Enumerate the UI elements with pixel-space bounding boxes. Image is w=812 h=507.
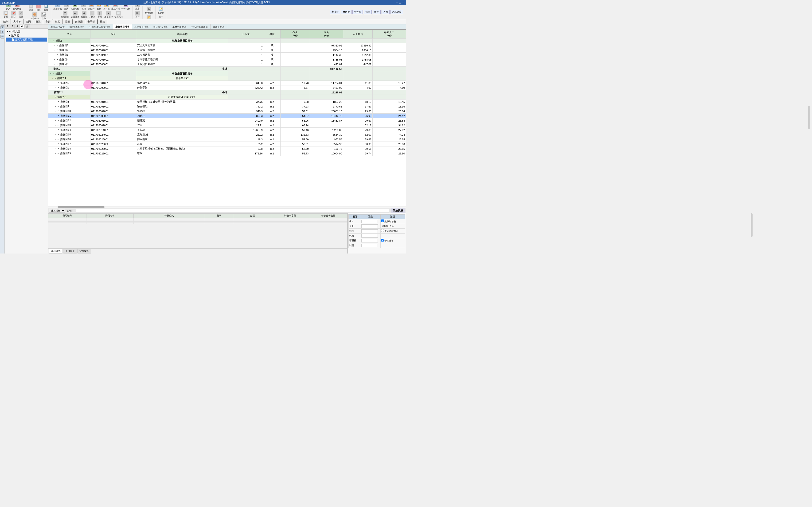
- material-checkbox[interactable]: [381, 229, 384, 232]
- quota-restore-button[interactable]: ⬅ 定额还原: [70, 10, 80, 19]
- convert20-button[interactable]: 20 转20定额: [121, 5, 131, 10]
- find-button[interactable]: 🔍 查找: [63, 5, 70, 10]
- sidebar-icon-3[interactable]: 资: [0, 35, 4, 39]
- table-row[interactable]: － ✓ 措施目8 011702001001 垫层模板（基础垫层+排水沟垫层） 3…: [48, 100, 406, 104]
- consult-button[interactable]: 咨询: [382, 10, 390, 14]
- sys-calc-row-price[interactable]: 单价 换算时单价: [349, 219, 405, 224]
- menu-edit[interactable]: 编制: [1, 19, 11, 24]
- table-row[interactable]: － ✓ 措施2.2 混凝土模板及支架（拼）: [48, 95, 406, 100]
- price-checkbox[interactable]: [381, 219, 384, 222]
- temp-delete-button[interactable]: 🗑 临时删除: [12, 5, 22, 10]
- tree-item-arch[interactable]: 📄 建筑与装饰工程: [6, 38, 47, 42]
- sort-button[interactable]: ↕ 排序: [134, 5, 141, 10]
- table-row[interactable]: － ✓ 措施2 单价措施项目清单: [48, 71, 406, 76]
- price-coeff-input[interactable]: [361, 220, 378, 223]
- tab-actual[interactable]: 按实计算费用表: [189, 24, 210, 30]
- menu-cloud[interactable]: 云应用: [72, 19, 85, 24]
- menu-report[interactable]: 报表: [98, 19, 107, 24]
- sidebar-icon-2[interactable]: 页: [0, 30, 4, 34]
- sys-calc-row-profit[interactable]: 利润: [349, 243, 405, 248]
- tree-item-project[interactable]: ▼ xxx幼儿园: [6, 30, 47, 34]
- material-price-button[interactable]: 材网价: [341, 10, 352, 14]
- convert-button[interactable]: 🔀 换算: [95, 5, 102, 10]
- table-row[interactable]: － ✓ 措施目4 011707005001 冬雨季施工增加费 1 项 1788.…: [48, 57, 406, 62]
- num-tab-all[interactable]: 全: [24, 24, 30, 29]
- tab-fee-summary[interactable]: 费用汇总表: [210, 24, 227, 30]
- mgmt-checkbox[interactable]: [381, 239, 384, 241]
- tab-quota-convert[interactable]: 定额换算: [77, 249, 91, 253]
- row-check[interactable]: ✓: [53, 39, 55, 42]
- all-process-button[interactable]: 全过程: [352, 10, 363, 14]
- gen-materials-button[interactable]: 🏭 生成材料: [111, 5, 120, 10]
- tab-measures[interactable]: 措施项目清单: [113, 24, 132, 30]
- table-row[interactable]: － ✓ 措施目3 011707004001 二次搬运费 1 项 1142.38 …: [48, 53, 406, 57]
- replace-button[interactable]: 🔄 替换: [43, 5, 50, 12]
- table-row[interactable]: － ✓ 措施目15 011702024001 直形/弧梯 26.02 m2 13…: [48, 132, 406, 137]
- table-row[interactable]: － ✓ 措施目2 011707002001 夜间施工增加费 1 项 2384.1…: [48, 48, 406, 53]
- tab-division[interactable]: 分部分项工程量清单: [87, 24, 113, 30]
- decimal-button[interactable]: .0 小数位: [88, 10, 96, 19]
- tree-item-building[interactable]: ▼ 数学楼: [6, 34, 47, 38]
- color-mark-button[interactable]: 🎨 颜色标记: [30, 12, 40, 19]
- sys-calc-row-labor[interactable]: 人工 （非地区人工: [349, 224, 405, 229]
- paste-button[interactable]: 📌 粘贴: [10, 10, 17, 19]
- mgmt-coeff-input[interactable]: [361, 239, 378, 242]
- tab-other[interactable]: 其他项目清单: [132, 24, 151, 30]
- fee-attr-button[interactable]: 🏷 费用属性: [144, 6, 154, 15]
- table-row[interactable]: － ✓ 措施目14 011702014001 有梁板 1265.69 m2 59…: [48, 128, 406, 132]
- labor-coeff-input[interactable]: [361, 224, 378, 228]
- table-row[interactable]: － ✓ 措施目17 011702025002 压顶 65.2 m2 53.91 …: [48, 142, 406, 147]
- reuse-button[interactable]: ♻ 复用: [80, 5, 87, 10]
- table-row[interactable]: － ✓ 措施目11 011702003001 构造柱 280.93 m2 54.…: [48, 114, 406, 118]
- tab-claims[interactable]: 签证索赔清单: [151, 24, 170, 30]
- fee-assign-button[interactable]: 📂 费用归属: [144, 15, 154, 19]
- calc-table-row[interactable]: [48, 223, 347, 224]
- material-coeff-input[interactable]: [361, 229, 378, 233]
- derive-fee-button[interactable]: 📤 派生费: [87, 5, 95, 10]
- copy-button[interactable]: 📋 复制: [2, 10, 9, 19]
- delete-button[interactable]: ✕ 删除: [35, 5, 42, 12]
- block-button[interactable]: ⬜ 块选: [28, 5, 35, 12]
- insert-button[interactable]: ➕ 插入: [5, 5, 12, 10]
- quota-guide-button[interactable]: 📖 定额指引: [114, 10, 123, 19]
- main-table-container[interactable]: 序号 编号 项目名称 工程量 单位 综合单价 综合合价 人工单价 定额人工单价: [48, 30, 406, 206]
- menu-index[interactable]: 指标: [63, 19, 72, 24]
- undo-button[interactable]: ↩ 撤销: [17, 10, 24, 19]
- table-row[interactable]: － ✓ 措施目1 011707001001 安全文明施工费 1 项 97350.…: [48, 43, 406, 48]
- table-row[interactable]: － ✓ 措施目13 011702009001 过梁 24.71 m2 63.94…: [48, 123, 406, 128]
- unit-price-button[interactable]: ¥ 单价组定: [104, 10, 113, 19]
- sys-calc-row-machine[interactable]: 机械: [349, 233, 405, 238]
- table-row[interactable]: － ✓ 措施1 总价措施项目清单: [48, 39, 406, 43]
- menu-biglist[interactable]: 大清单: [11, 19, 23, 24]
- merge-num-button[interactable]: ∥ 并号: [96, 10, 103, 19]
- price-compare-button[interactable]: ⚖ 单价对比: [60, 10, 70, 19]
- table-row[interactable]: － ✓ 措施目7 011701002001 外脚手架 728.42 m2 8.8…: [48, 86, 406, 90]
- num-tab-2[interactable]: 2: [10, 25, 15, 28]
- num-tab-1[interactable]: 1: [5, 25, 10, 28]
- menu-collab[interactable]: 协同: [23, 19, 33, 24]
- table-row[interactable]: － ✓ 措施目9 011702001002 独立基础 74.42 m2 37.2…: [48, 104, 406, 109]
- batch-modify-button[interactable]: ⚙ 批量修改: [53, 5, 62, 10]
- tab-materials[interactable]: 工材机汇总表: [170, 24, 189, 30]
- menu-digital[interactable]: 电子标: [85, 19, 98, 24]
- collect-compose-button[interactable]: Σ 汇总组价: [70, 5, 80, 10]
- product-advice-button[interactable]: 产品建议: [391, 10, 403, 14]
- table-row[interactable]: － ✓ 措施目12 011702006001 基础梁 240.49 m2 56.…: [48, 118, 406, 123]
- maintenance-button[interactable]: 维护: [373, 10, 380, 14]
- sys-calc-row-material[interactable]: 材料 未计价材料计: [349, 229, 405, 233]
- table-row[interactable]: － ✓ 措施2.1 脚手架工程: [48, 76, 406, 81]
- calc-model-select[interactable]: 计算模板: [49, 209, 65, 213]
- menu-audit[interactable]: 审计: [43, 19, 53, 24]
- tab-unit-setup[interactable]: 单位工程设置: [48, 24, 67, 30]
- merge-button[interactable]: ⊞ 合并: [134, 10, 141, 19]
- materials-qty-button[interactable]: 📊 工料量: [103, 5, 110, 10]
- num-tab-4[interactable]: 4: [20, 25, 24, 28]
- profit-coeff-input[interactable]: [361, 244, 378, 247]
- comment-button[interactable]: 💬 注释: [40, 12, 47, 19]
- calc-table-scroll[interactable]: 费用编号 费用名称 计算公式 费率 金额 计价表字段 单价分析变量: [48, 213, 347, 248]
- menu-estimate[interactable]: 概算: [33, 19, 43, 24]
- tab-unit-calc[interactable]: 单价计算: [49, 249, 63, 253]
- sidebar-icon-1[interactable]: 首: [0, 25, 4, 29]
- select-lib-button[interactable]: 选库: [364, 10, 372, 14]
- tab-edit-desc[interactable]: 编制/清单说明: [67, 24, 87, 30]
